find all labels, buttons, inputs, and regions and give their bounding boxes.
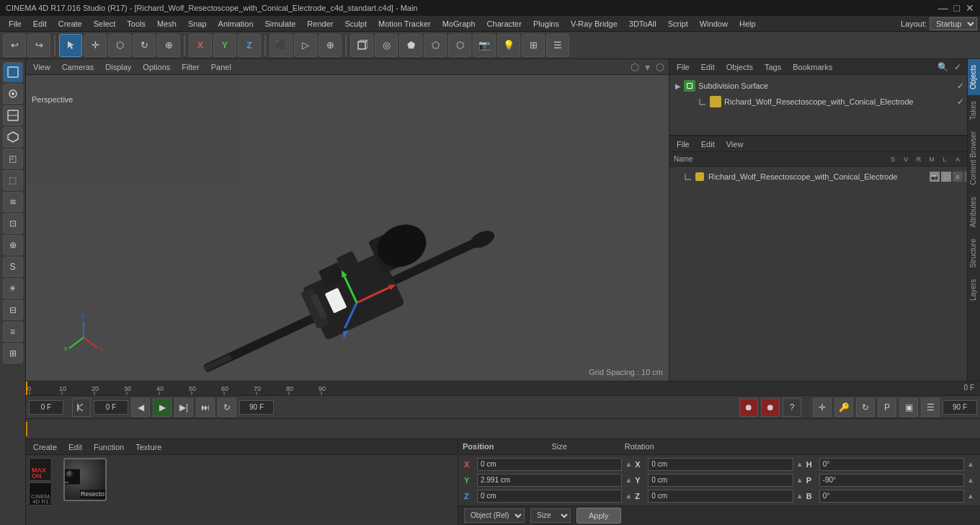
menu-mograph[interactable]: MoGraph — [437, 18, 481, 30]
current-frame-input[interactable] — [29, 400, 63, 415]
window-controls[interactable]: — □ ✕ — [938, 2, 974, 14]
close-button[interactable]: ✕ — [966, 2, 974, 14]
pos-x-up[interactable]: ▲ — [625, 460, 632, 468]
tl-loop-btn[interactable]: ↻ — [218, 398, 236, 417]
tl-prev-frame-btn[interactable]: ◀ — [131, 398, 150, 417]
mode-polygons[interactable] — [3, 127, 23, 147]
size-type-dropdown[interactable]: Size Scale — [530, 508, 571, 523]
size-z-input[interactable] — [648, 490, 793, 503]
objects-menu-objects[interactable]: Objects — [723, 61, 756, 73]
scale-tool-button[interactable]: ⬡ — [108, 34, 131, 57]
attrs-menu-edit[interactable]: Edit — [698, 138, 718, 150]
viewport[interactable]: View Cameras Display Options Filter Pane… — [26, 59, 669, 381]
size-x-up[interactable]: ▲ — [796, 460, 803, 468]
render-region-button[interactable]: ⬛ — [270, 34, 293, 57]
camera-button[interactable]: 📷 — [473, 34, 496, 57]
tab-layers[interactable]: Layers — [968, 273, 980, 306]
cube-button[interactable] — [350, 34, 373, 57]
viewport-menu-filter[interactable]: Filter — [179, 61, 202, 73]
axis-center[interactable]: ⊕ — [3, 235, 23, 255]
rot-h-up[interactable]: ▲ — [967, 460, 974, 468]
layer-manager[interactable]: ⊟ — [3, 300, 23, 320]
coord-type-dropdown[interactable]: Object (Rel) World — [464, 508, 525, 523]
size-y-input[interactable] — [648, 474, 793, 487]
objects-filter-icon[interactable]: ✓ — [953, 61, 963, 74]
attrs-menu-file[interactable]: File — [674, 138, 692, 150]
menu-render[interactable]: Render — [301, 18, 339, 30]
tree-item-wolf[interactable]: Richard_Wolf_Resectoscope_with_Conical_E… — [672, 94, 977, 110]
mode-model[interactable] — [3, 62, 23, 82]
magnet-tool[interactable]: ≡ — [3, 322, 23, 342]
mode-points[interactable] — [3, 84, 23, 104]
generator-button[interactable]: ⊞ — [522, 34, 545, 57]
apply-button[interactable]: Apply — [576, 508, 621, 524]
solo-mode[interactable]: ☀ — [3, 278, 23, 299]
step-frame-input[interactable] — [943, 400, 977, 415]
menu-simulate[interactable]: Simulate — [259, 18, 302, 30]
maximize-button[interactable]: □ — [954, 2, 960, 14]
coord-system[interactable]: S — [3, 257, 23, 277]
move-tool-button[interactable]: ✛ — [84, 34, 107, 57]
tl-next-frame-btn[interactable]: ▶| — [174, 398, 193, 417]
menu-window[interactable]: Window — [694, 18, 734, 30]
light-button[interactable]: 💡 — [497, 34, 520, 57]
tab-structure[interactable]: Structure — [968, 233, 980, 274]
tl-end-btn[interactable]: ⏭ — [196, 398, 215, 417]
objects-search-icon[interactable]: 🔍 — [936, 61, 950, 74]
tl-pos-key[interactable]: P — [878, 398, 896, 417]
transform-tool-button[interactable]: ⊕ — [157, 34, 180, 57]
mat-menu-create[interactable]: Create — [30, 441, 60, 453]
mode-sculpt2[interactable]: ≋ — [3, 192, 23, 212]
objects-menu-bookmarks[interactable]: Bookmarks — [790, 61, 835, 73]
deformer-button[interactable]: ⬠ — [424, 34, 447, 57]
tab-takes[interactable]: Takes — [968, 95, 980, 125]
rot-p-input[interactable] — [819, 474, 964, 487]
mode-uvw[interactable]: ◰ — [3, 149, 23, 169]
pos-z-up[interactable]: ▲ — [625, 492, 632, 500]
environment-button[interactable]: ⬡ — [448, 34, 471, 57]
menu-3dtoall[interactable]: 3DToAll — [623, 18, 662, 30]
objects-menu-edit[interactable]: Edit — [698, 61, 718, 73]
pos-y-input[interactable] — [477, 474, 622, 487]
menu-motion-tracker[interactable]: Motion Tracker — [373, 18, 437, 30]
spline-button[interactable]: ◎ — [375, 34, 398, 57]
menu-create[interactable]: Create — [53, 18, 88, 30]
pos-z-input[interactable] — [477, 490, 622, 503]
tree-item-subdivision-surface[interactable]: ▶ Subdivision Surface ✓ ✕ — [672, 78, 977, 94]
viewport-menu-view[interactable]: View — [30, 61, 53, 73]
tl-play-btn[interactable]: ▶ — [153, 398, 172, 417]
tl-key-btn[interactable]: 🔑 — [834, 398, 853, 417]
tl-motion-clip[interactable]: ☰ — [921, 398, 940, 417]
mode-texture[interactable]: ⬚ — [3, 170, 23, 190]
menu-sculpt[interactable]: Sculpt — [339, 18, 373, 30]
material-item[interactable]: Resecto Resecto — [63, 458, 107, 501]
tl-rot-key[interactable]: ↻ — [856, 398, 875, 417]
layout-dropdown[interactable]: Startup — [930, 17, 977, 30]
z-axis-button[interactable]: Z — [238, 34, 261, 57]
pos-y-up[interactable]: ▲ — [625, 476, 632, 484]
viewport-menu-panel[interactable]: Panel — [208, 61, 234, 73]
menu-plugins[interactable]: Plugins — [527, 18, 565, 30]
snap-button[interactable]: ⊡ — [3, 213, 23, 234]
viewport-settings[interactable]: ▾ — [645, 61, 650, 73]
select-tool-button[interactable] — [59, 34, 82, 57]
mode-edges[interactable] — [3, 105, 23, 125]
render-button[interactable]: ⊕ — [318, 34, 342, 57]
minimize-button[interactable]: — — [938, 2, 948, 14]
tl-help-btn[interactable]: ? — [783, 398, 801, 417]
viewport-expand[interactable]: ⬡ — [631, 61, 639, 73]
mat-menu-edit[interactable]: Edit — [66, 441, 85, 453]
pos-x-input[interactable] — [477, 458, 622, 471]
viewport-lock[interactable]: ⬡ — [656, 61, 664, 73]
mat-menu-texture[interactable]: Texture — [133, 441, 164, 453]
objects-menu-tags[interactable]: Tags — [762, 61, 784, 73]
start-frame-input[interactable] — [94, 400, 128, 415]
tl-params-key[interactable]: ▣ — [899, 398, 918, 417]
menu-snap[interactable]: Snap — [182, 18, 213, 30]
attrs-item-wolf[interactable]: Richard_Wolf_Resectoscope_with_Conical_E… — [672, 169, 977, 184]
size-z-up[interactable]: ▲ — [796, 492, 803, 500]
menu-edit[interactable]: Edit — [27, 18, 53, 30]
tl-start-btn[interactable] — [72, 398, 91, 417]
tab-content-browser[interactable]: Content Browser — [968, 125, 980, 190]
y-axis-button[interactable]: Y — [213, 34, 236, 57]
